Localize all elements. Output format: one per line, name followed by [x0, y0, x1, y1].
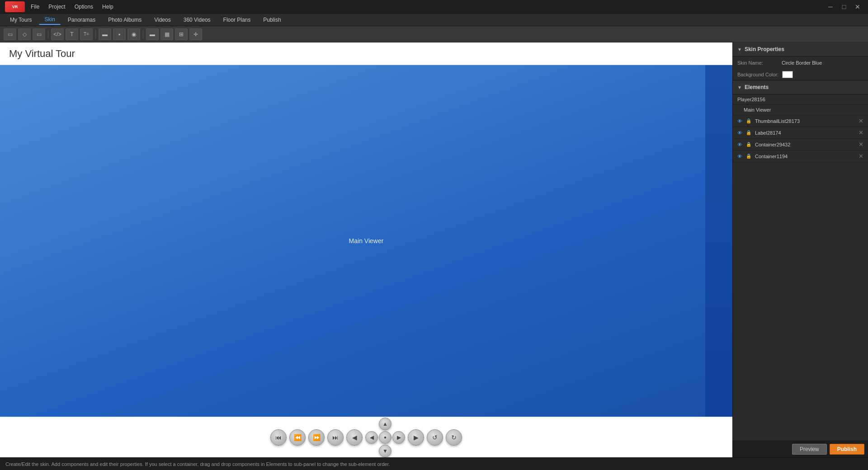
elements-list: Player28156 Main Viewer 👁 🔒 ThumbnailLis… — [733, 94, 868, 441]
element-name-label28174: Label28174 — [755, 130, 857, 136]
tool-ellipse[interactable]: ◇ — [18, 28, 31, 40]
publish-button[interactable]: Publish — [830, 444, 864, 455]
skin-name-label: Skin Name: — [737, 60, 778, 66]
lock-icon-thumbnaillist[interactable]: 🔒 — [746, 118, 751, 123]
element-row-thumbnaillist28173[interactable]: 👁 🔒 ThumbnailList28173 ✕ — [733, 115, 868, 127]
nav-panoramas[interactable]: Panoramas — [62, 15, 101, 24]
element-row-container29432[interactable]: 👁 🔒 Container29432 ✕ — [733, 139, 868, 150]
elements-title: Elements — [745, 84, 769, 90]
tour-title: My Virtual Tour — [9, 48, 75, 60]
tool-move[interactable]: ✛ — [189, 28, 202, 40]
tool-text[interactable]: T — [66, 28, 78, 40]
lock-icon-container29432[interactable]: 🔒 — [746, 142, 751, 147]
menu-project[interactable]: Project — [44, 2, 70, 12]
bg-color-row: Background Color: — [733, 69, 868, 80]
toolbar: ▭ ◇ ▭ </> T T= ▬ ▪ ◉ ▬ ▦ ⊞ ✛ — [0, 26, 868, 42]
ctrl-next[interactable]: ▶ — [408, 429, 424, 446]
menu-help[interactable]: Help — [98, 2, 118, 12]
nav-cluster-middle: ◀ ● ▶ — [365, 431, 405, 444]
main-layout: My Virtual Tour Main Viewer ⏮ ⏪ ⏩ ⏭ ◀ ▲ … — [0, 42, 868, 457]
controls-bar: ⏮ ⏪ ⏩ ⏭ ◀ ▲ ◀ ● ▶ ▼ ▶ ↺ ↻ — [0, 417, 732, 457]
tool-table[interactable]: ⊞ — [175, 28, 188, 40]
ctrl-rotate-cw[interactable]: ↻ — [446, 429, 462, 446]
skin-properties-section: ▼ Skin Properties — [733, 42, 868, 56]
nav-my-tours[interactable]: My Tours — [5, 15, 37, 24]
close-icon-thumbnaillist[interactable]: ✕ — [859, 118, 863, 124]
eye-icon-container1194[interactable]: 👁 — [737, 154, 742, 159]
bg-color-swatch[interactable] — [782, 71, 793, 78]
right-panel: ▼ Skin Properties Skin Name: Circle Bord… — [732, 42, 868, 457]
skin-name-value: Circle Border Blue — [782, 60, 822, 66]
right-overlay-panel — [705, 65, 732, 417]
preview-button[interactable]: Preview — [792, 444, 827, 455]
tool-small-rect[interactable]: ▪ — [113, 28, 126, 40]
status-text: Create/Edit the skin. Add components and… — [5, 461, 390, 467]
tool-hbar2[interactable]: ▬ — [146, 28, 159, 40]
toolbar-separator-1 — [48, 30, 48, 39]
ctrl-right[interactable]: ▶ — [392, 431, 405, 444]
ctrl-down[interactable]: ▼ — [379, 445, 392, 457]
app-logo-icon: VR — [5, 1, 25, 12]
toolbar-separator-3 — [143, 30, 143, 39]
tool-rect[interactable]: ▭ — [4, 28, 16, 40]
viewer-area: Main Viewer — [0, 65, 732, 417]
menu-bar: File Project Options Help — [26, 2, 118, 12]
ctrl-center[interactable]: ● — [379, 431, 392, 444]
nav-floor-plans[interactable]: Floor Plans — [218, 15, 256, 24]
nav-videos[interactable]: Videos — [149, 15, 176, 24]
ctrl-left[interactable]: ◀ — [365, 431, 378, 444]
menu-options[interactable]: Options — [70, 2, 98, 12]
minimize-button[interactable]: ─ — [824, 2, 837, 11]
status-bar: Create/Edit the skin. Add components and… — [0, 457, 868, 470]
nav-cluster: ▲ ◀ ● ▶ ▼ — [365, 418, 405, 457]
ctrl-forward-end[interactable]: ⏭ — [327, 429, 344, 446]
canvas-area: My Virtual Tour Main Viewer ⏮ ⏪ ⏩ ⏭ ◀ ▲ … — [0, 42, 732, 457]
close-icon-container1194[interactable]: ✕ — [859, 153, 863, 160]
element-row-player28156[interactable]: Player28156 — [733, 94, 868, 105]
element-name-mainviewer: Main Viewer — [744, 107, 863, 113]
title-bar: VR File Project Options Help ─ □ ✕ — [0, 0, 868, 14]
tour-title-bar: My Virtual Tour — [0, 42, 732, 65]
close-icon-label28174[interactable]: ✕ — [859, 129, 863, 136]
ctrl-rewind-start[interactable]: ⏮ — [270, 429, 287, 446]
eye-icon-thumbnaillist[interactable]: 👁 — [737, 118, 742, 124]
main-viewer-label: Main Viewer — [349, 237, 384, 244]
bg-color-label: Background Color: — [737, 72, 778, 77]
tool-text2[interactable]: T= — [80, 28, 93, 40]
maximize-button[interactable]: □ — [837, 2, 851, 11]
elements-arrow: ▼ — [737, 85, 742, 90]
ctrl-rewind[interactable]: ⏪ — [289, 429, 306, 446]
skin-properties-arrow: ▼ — [737, 47, 742, 52]
tool-grid[interactable]: ▦ — [160, 28, 173, 40]
close-button[interactable]: ✕ — [851, 2, 864, 11]
menu-file[interactable]: File — [26, 2, 44, 12]
tool-code[interactable]: </> — [51, 28, 64, 40]
element-row-label28174[interactable]: 👁 🔒 Label28174 ✕ — [733, 127, 868, 139]
eye-icon-label28174[interactable]: 👁 — [737, 130, 742, 136]
element-row-container1194[interactable]: 👁 🔒 Container1194 ✕ — [733, 150, 868, 162]
nav-publish[interactable]: Publish — [258, 15, 286, 24]
element-name-container1194: Container1194 — [755, 154, 857, 159]
element-row-mainviewer[interactable]: Main Viewer — [733, 105, 868, 115]
tool-hbar[interactable]: ▬ — [99, 28, 111, 40]
element-name-container29432: Container29432 — [755, 142, 857, 147]
tool-circle[interactable]: ◉ — [127, 28, 140, 40]
skin-properties-title: Skin Properties — [745, 46, 784, 52]
nav-bar: My Tours Skin Panoramas Photo Albums Vid… — [0, 14, 868, 26]
close-icon-container29432[interactable]: ✕ — [859, 141, 863, 148]
eye-icon-container29432[interactable]: 👁 — [737, 142, 742, 147]
nav-360-videos[interactable]: 360 Videos — [178, 15, 216, 24]
lock-icon-label28174[interactable]: 🔒 — [746, 130, 751, 135]
lock-icon-container1194[interactable]: 🔒 — [746, 154, 751, 159]
element-name-thumbnaillist28173: ThumbnailList28173 — [755, 118, 857, 124]
app-logo: VR — [4, 0, 26, 13]
nav-skin[interactable]: Skin — [39, 15, 60, 25]
tool-rect2[interactable]: ▭ — [33, 28, 45, 40]
toolbar-separator-2 — [95, 30, 96, 39]
ctrl-forward[interactable]: ⏩ — [308, 429, 325, 446]
ctrl-up[interactable]: ▲ — [379, 418, 392, 430]
nav-photo-albums[interactable]: Photo Albums — [103, 15, 147, 24]
ctrl-prev[interactable]: ◀ — [346, 429, 363, 446]
ctrl-rotate-ccw[interactable]: ↺ — [427, 429, 443, 446]
window-controls: ─ □ ✕ — [824, 2, 864, 11]
